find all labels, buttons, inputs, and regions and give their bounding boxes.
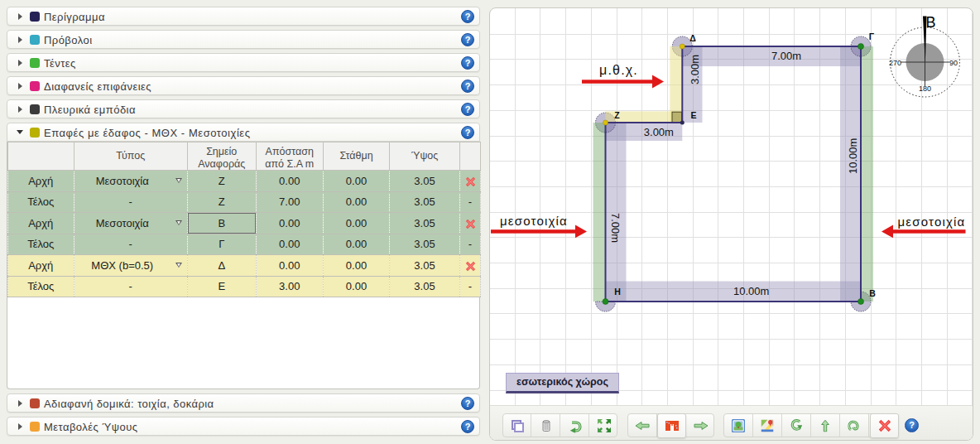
svg-text:270: 270 [889,59,901,67]
svg-text:180: 180 [919,84,931,93]
svg-text:3.00m: 3.00m [644,126,674,138]
svg-text:μ.θ.χ.: μ.θ.χ. [599,63,638,77]
svg-text:10.00m: 10.00m [847,138,859,174]
svg-text:7.00m: 7.00m [771,50,801,62]
svg-text:3.00m: 3.00m [689,55,701,84]
svg-text:90: 90 [949,59,958,67]
svg-text:μεσοτοιχία: μεσοτοιχία [500,214,568,228]
svg-text:7.00m: 7.00m [609,213,622,243]
svg-text:Γ: Γ [869,31,875,41]
svg-text:10.00m: 10.00m [733,285,769,297]
svg-text:B: B [926,14,936,31]
svg-text:Δ: Δ [689,33,696,43]
svg-text:E: E [690,110,696,120]
svg-text:H: H [614,287,621,297]
svg-text:B: B [869,288,876,298]
svg-text:μεσοτοιχία: μεσοτοιχία [898,215,966,229]
svg-text:Z: Z [614,110,620,120]
